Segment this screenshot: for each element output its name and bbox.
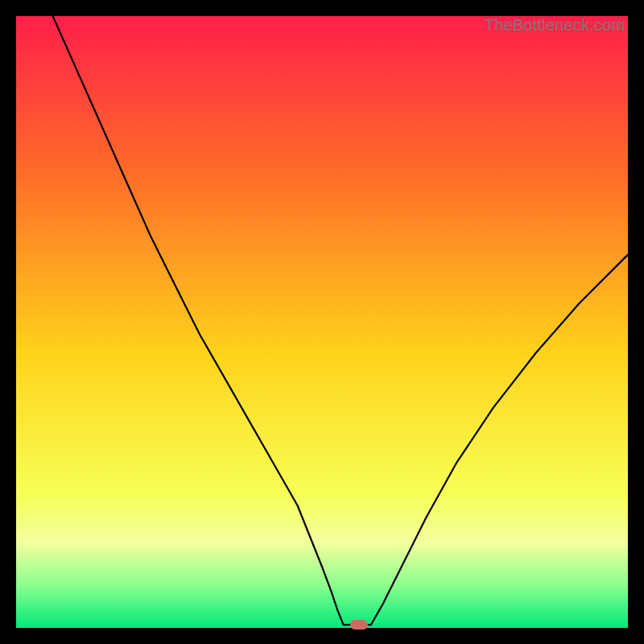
bottleneck-curve xyxy=(16,16,628,628)
optimal-point-marker xyxy=(350,620,368,630)
chart-frame: TheBottleneck.com xyxy=(0,0,644,644)
plot-area: TheBottleneck.com xyxy=(16,16,628,628)
watermark-text: TheBottleneck.com xyxy=(484,16,625,35)
